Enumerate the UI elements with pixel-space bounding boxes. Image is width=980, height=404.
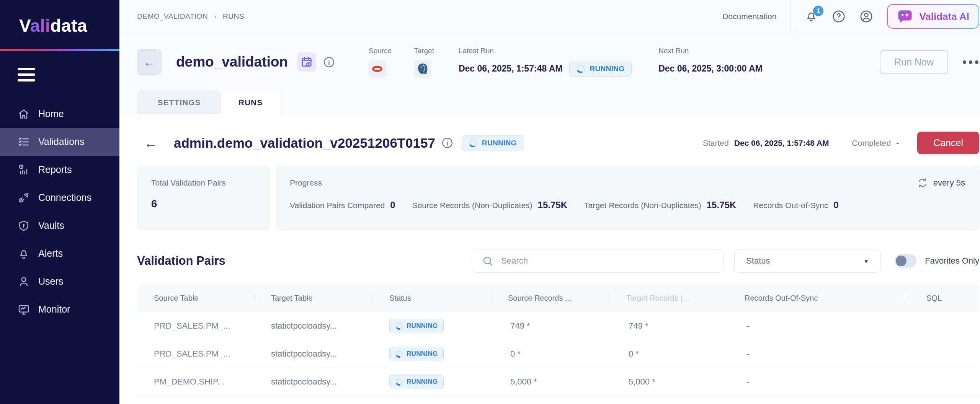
target-table-cell: statictpccloadsy... [254,321,372,331]
main-area: DEMO_VALIDATION › RUNS Documentation 1 [119,0,980,404]
run-back-button[interactable]: ← [144,135,158,151]
total-pairs-value: 6 [151,198,256,210]
plug-icon [18,192,30,204]
next-run-label: Next Run [658,47,762,55]
latest-run-status-badge: RUNNING [569,61,632,77]
progress-card: Progress every 5s Validation Pairs Compa… [276,166,979,230]
breadcrumb-parent[interactable]: DEMO_VALIDATION [137,12,208,21]
run-info-button[interactable] [441,137,453,149]
info-icon [441,137,453,149]
tab-runs[interactable]: RUNS [221,91,280,114]
breadcrumb-current: RUNS [223,12,244,21]
favorites-label: Favorites Only [925,256,979,266]
col-target-records[interactable]: Target Records (... [609,294,728,303]
search-input[interactable] [501,256,713,266]
runs-panel: ← admin.demo_validation_v20251206T0157 R… [119,114,980,404]
source-records-cell: 0 * [491,349,609,359]
notifications-button[interactable]: 1 [804,10,818,23]
sidebar-item-validations[interactable]: Validations [0,128,119,156]
account-icon [859,10,873,23]
sidebar-item-alerts[interactable]: Alerts [0,239,119,267]
table-row[interactable]: PRD_SALES.PM_... statictpccloadsy... RUN… [137,340,979,368]
sidebar-item-label: Reports [38,164,72,175]
refresh-interval: every 5s [917,178,965,188]
source-records-cell: 749 * [491,321,609,331]
col-source-records[interactable]: Source Records ... [491,294,609,303]
sidebar-item-label: Connections [38,192,91,203]
spinner-icon [468,137,479,148]
target-records-cell: 0 * [609,349,728,359]
calendar-sync-icon [301,56,313,68]
col-sql[interactable]: SQL [906,294,962,303]
latest-run-label: Latest Run [459,47,632,55]
documentation-link[interactable]: Documentation [722,12,776,21]
row-status-badge: RUNNING [389,319,444,333]
brand-gradient-divider [0,49,119,51]
back-button[interactable]: ← [137,49,162,75]
more-menu-icon[interactable] [962,57,979,68]
page-header: ← demo_validation Source Target Latest R… [119,33,980,91]
status-text: RUNNING [482,139,517,147]
source-table-cell: PRD_SALES.PM_... [137,349,254,359]
source-meta: Source [369,47,392,78]
run-header: ← admin.demo_validation_v20251206T0157 R… [137,132,979,154]
status-filter-select[interactable]: Status ▼ [734,249,881,273]
sidebar-item-label: Users [38,276,63,287]
sidebar-collapse-button[interactable] [18,68,119,81]
sidebar-item-home[interactable]: Home [0,100,119,128]
latest-run-meta: Latest Run Dec 06, 2025, 1:57:48 AM RUNN… [459,47,632,78]
logo-part-3: data [50,16,87,36]
source-table-cell: PM_DEMO.SHIP... [137,377,254,387]
started-label: Started [703,138,729,148]
sidebar-item-users[interactable]: Users [0,267,119,295]
completed-label: Completed [852,138,891,148]
stat-target-records: Target Records (Non-Duplicates)15.75K [584,200,736,210]
account-button[interactable] [859,10,873,23]
help-button[interactable] [832,10,846,23]
total-pairs-card: Total Validation Pairs 6 [137,166,270,230]
table-header-row: Source Table Target Table Status Source … [137,284,979,312]
run-status-badge: RUNNING [462,135,524,151]
cancel-button[interactable]: Cancel [917,132,979,154]
status-text: RUNNING [590,65,624,73]
col-records-out-of-sync[interactable]: Records Out-Of-Sync [728,294,906,303]
tab-bar: SETTINGS RUNS [119,91,980,114]
sidebar-item-label: Monitor [38,304,70,315]
tab-settings[interactable]: SETTINGS [137,91,221,114]
summary-cards: Total Validation Pairs 6 Progress every … [137,166,979,230]
target-records-cell: 5,000 * [609,377,728,387]
breadcrumb-separator-icon: › [214,12,217,21]
favorites-toggle[interactable] [895,254,916,267]
source-label: Source [369,47,392,55]
validation-pairs-table: Source Table Target Table Status Source … [137,284,979,396]
sidebar-item-vaults[interactable]: Vaults [0,212,119,239]
sidebar-item-reports[interactable]: Reports [0,156,119,184]
brand-logo: Validata [0,0,119,36]
started-value: Dec 06, 2025, 1:57:48 AM [734,138,829,148]
spinner-icon [394,321,403,331]
schedule-button[interactable] [297,52,316,72]
validation-info-button[interactable] [323,56,335,68]
col-status[interactable]: Status [372,294,491,303]
refresh-interval-text: every 5s [933,178,965,188]
validata-ai-button[interactable]: Validata AI [887,4,979,29]
postgres-target-icon [414,60,431,78]
table-row[interactable]: PM_DEMO.SHIP... statictpccloadsy... RUNN… [137,368,979,396]
out-of-sync-cell: - [728,321,906,331]
col-target-table[interactable]: Target Table [254,294,372,303]
out-of-sync-cell: - [728,349,906,359]
progress-stats: Validation Pairs Compared0 Source Record… [290,200,965,210]
page-title: demo_validation [176,54,288,70]
stat-out-of-sync: Records Out-of-Sync0 [753,200,838,210]
run-now-button[interactable]: Run Now [880,50,948,74]
logo-part-1: V [19,16,30,36]
stat-pairs-compared: Validation Pairs Compared0 [290,200,395,210]
refresh-icon [917,178,928,188]
spinner-icon [575,63,586,74]
sidebar-item-monitor[interactable]: Monitor [0,295,119,323]
col-source-table[interactable]: Source Table [137,294,254,303]
sidebar-item-connections[interactable]: Connections [0,184,119,212]
topbar: DEMO_VALIDATION › RUNS Documentation 1 [119,0,980,33]
table-row[interactable]: PRD_SALES.PM_... statictpccloadsy... RUN… [137,312,979,340]
source-records-cell: 5,000 * [491,377,609,387]
